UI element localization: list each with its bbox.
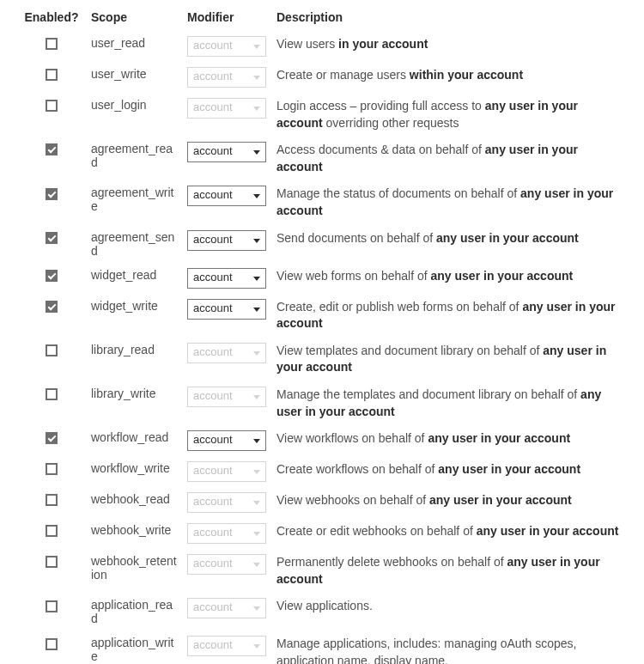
description-text: View web forms on behalf of any user in … (276, 269, 573, 283)
scope-label: application_read (91, 598, 173, 625)
table-row: widget_writeaccountCreate, edit or publi… (17, 294, 627, 338)
modifier-select: account (187, 98, 266, 119)
enabled-checkbox[interactable] (46, 463, 58, 475)
enabled-checkbox[interactable] (46, 494, 58, 506)
scope-label: webhook_write (91, 523, 171, 537)
table-row: application_readaccountView applications… (17, 593, 627, 630)
scope-label: library_write (91, 387, 155, 400)
description-text: Permanently delete webhooks on behalf of… (276, 555, 600, 586)
modifier-select[interactable]: account (187, 268, 266, 289)
description-text: Manage the status of documents on behalf… (276, 186, 613, 217)
table-row: webhook_retentionaccountPermanently dele… (17, 549, 627, 593)
table-row: webhook_readaccountView webhooks on beha… (17, 487, 627, 518)
scope-label: widget_write (91, 299, 158, 313)
enabled-checkbox[interactable] (46, 69, 58, 81)
enabled-checkbox[interactable] (46, 432, 58, 444)
header-modifier: Modifier (182, 7, 271, 31)
description-text: Access documents & data on behalf of any… (276, 143, 578, 174)
header-enabled: Enabled? (17, 7, 86, 31)
modifier-select[interactable]: account (187, 430, 266, 451)
modifier-select: account (187, 492, 266, 513)
enabled-checkbox[interactable] (46, 38, 58, 50)
description-text: View webhooks on behalf of any user in y… (276, 493, 572, 507)
description-text: View workflows on behalf of any user in … (276, 431, 570, 445)
modifier-select: account (187, 343, 266, 363)
enabled-checkbox[interactable] (46, 525, 58, 537)
table-row: user_writeaccountCreate or manage users … (17, 62, 627, 93)
scope-label: webhook_retention (91, 554, 177, 582)
table-row: library_readaccountView templates and do… (17, 338, 627, 381)
table-row: user_loginaccountLogin access – providin… (17, 93, 627, 137)
scope-label: library_read (91, 343, 155, 356)
enabled-checkbox[interactable] (46, 100, 58, 112)
modifier-select: account (187, 554, 266, 575)
description-text: Send documents on behalf of any user in … (276, 231, 579, 245)
table-row: workflow_readaccountView workflows on be… (17, 425, 627, 456)
modifier-select[interactable]: account (187, 186, 266, 206)
description-text: Create or manage users within your accou… (276, 68, 523, 82)
modifier-select: account (187, 387, 266, 407)
modifier-select: account (187, 636, 266, 656)
enabled-checkbox[interactable] (46, 143, 58, 155)
header-description: Description (271, 7, 627, 31)
description-text: Create or edit webhooks on behalf of any… (276, 524, 618, 538)
description-text: View templates and document library on b… (276, 344, 606, 375)
table-row: workflow_writeaccountCreate workflows on… (17, 456, 627, 487)
header-scope: Scope (86, 7, 182, 31)
enabled-checkbox[interactable] (46, 600, 58, 612)
scope-label: application_write (91, 636, 174, 663)
scope-label: agreement_write (91, 186, 174, 213)
enabled-checkbox[interactable] (46, 638, 58, 650)
modifier-select[interactable]: account (187, 299, 266, 320)
table-row: agreement_readaccountAccess documents & … (17, 137, 627, 180)
description-text: View applications. (276, 599, 373, 612)
scope-label: user_read (91, 36, 145, 50)
modifier-select: account (187, 598, 266, 618)
description-text: Create, edit or publish web forms on beh… (276, 300, 616, 331)
scope-label: workflow_read (91, 430, 168, 444)
scopes-table: Enabled? Scope Modifier Description user… (17, 7, 627, 664)
modifier-select[interactable]: account (187, 230, 266, 251)
description-text: View users in your account (276, 37, 428, 51)
enabled-checkbox[interactable] (46, 270, 58, 282)
enabled-checkbox[interactable] (46, 301, 58, 313)
table-row: user_readaccountView users in your accou… (17, 31, 627, 62)
description-text: Create workflows on behalf of any user i… (276, 462, 580, 476)
modifier-select: account (187, 461, 266, 482)
enabled-checkbox[interactable] (46, 388, 58, 400)
modifier-select: account (187, 523, 266, 544)
scope-label: user_write (91, 67, 147, 81)
scope-label: webhook_read (91, 492, 170, 506)
modifier-select[interactable]: account (187, 142, 266, 162)
scope-label: agreement_send (91, 230, 174, 258)
table-row: library_writeaccountManage the templates… (17, 381, 627, 425)
enabled-checkbox[interactable] (46, 188, 58, 200)
description-text: Manage the templates and document librar… (276, 387, 601, 418)
modifier-select: account (187, 67, 266, 88)
scope-label: widget_read (91, 268, 156, 282)
enabled-checkbox[interactable] (46, 556, 58, 568)
enabled-checkbox[interactable] (46, 232, 58, 244)
table-row: application_writeaccountManage applicati… (17, 630, 627, 664)
modifier-select: account (187, 36, 266, 57)
enabled-checkbox[interactable] (46, 344, 58, 356)
table-row: widget_readaccountView web forms on beha… (17, 263, 627, 294)
table-row: webhook_writeaccountCreate or edit webho… (17, 518, 627, 549)
scope-label: agreement_read (91, 142, 173, 169)
description-text: Manage applications, includes: managing … (276, 637, 576, 664)
table-row: agreement_sendaccountSend documents on b… (17, 225, 627, 263)
scope-label: user_login (91, 98, 147, 112)
scope-label: workflow_write (91, 461, 170, 475)
table-row: agreement_writeaccountManage the status … (17, 180, 627, 224)
description-text: Login access – providing full access to … (276, 99, 578, 130)
